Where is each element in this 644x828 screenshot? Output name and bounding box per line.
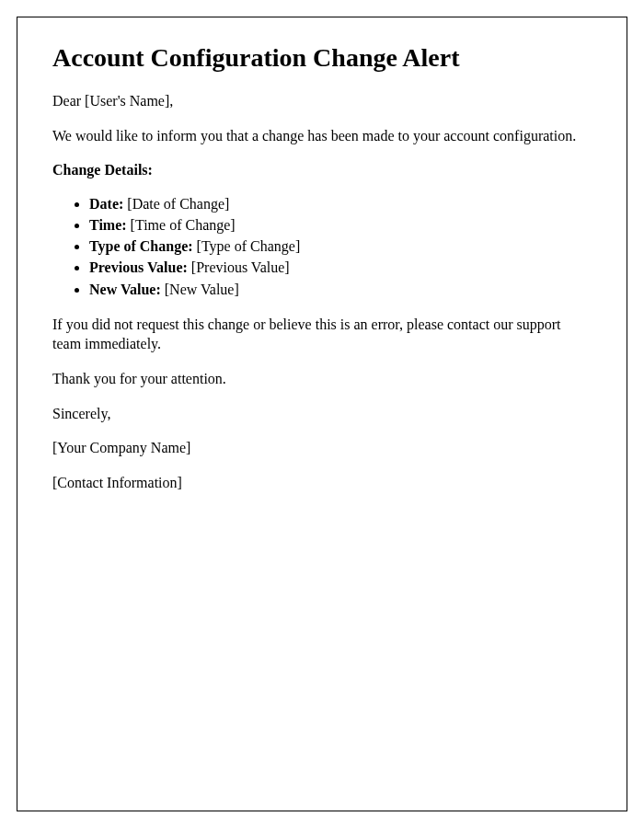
detail-item-type: Type of Change: [Type of Change] — [89, 236, 592, 257]
signoff-line: Sincerely, — [52, 404, 592, 424]
detail-item-time: Time: [Time of Change] — [89, 214, 592, 236]
detail-value: [Date of Change] — [127, 196, 229, 212]
detail-label: Date: — [89, 196, 123, 212]
detail-item-previous: Previous Value: [Previous Value] — [89, 257, 592, 278]
page-title: Account Configuration Change Alert — [52, 43, 592, 73]
detail-item-new: New Value: [New Value] — [89, 279, 592, 300]
thanks-line: Thank you for your attention. — [52, 369, 592, 389]
details-heading: Change Details: — [52, 160, 592, 180]
detail-label: Time: — [89, 217, 127, 233]
contact-line: [Contact Information] — [52, 473, 592, 493]
document-container: Account Configuration Change Alert Dear … — [17, 17, 627, 811]
detail-label: Previous Value: — [89, 259, 188, 275]
greeting-line: Dear [User's Name], — [52, 91, 592, 111]
detail-item-date: Date: [Date of Change] — [89, 193, 592, 214]
company-line: [Your Company Name] — [52, 438, 592, 458]
detail-label: New Value: — [89, 282, 161, 297]
detail-value: [Time of Change] — [131, 217, 236, 233]
detail-value: [New Value] — [165, 282, 239, 297]
detail-value: [Type of Change] — [197, 238, 301, 254]
intro-paragraph: We would like to inform you that a chang… — [52, 126, 592, 146]
change-details-list: Date: [Date of Change] Time: [Time of Ch… — [52, 193, 592, 300]
warning-paragraph: If you did not request this change or be… — [52, 315, 592, 354]
detail-value: [Previous Value] — [191, 259, 290, 275]
detail-label: Type of Change: — [89, 238, 193, 254]
